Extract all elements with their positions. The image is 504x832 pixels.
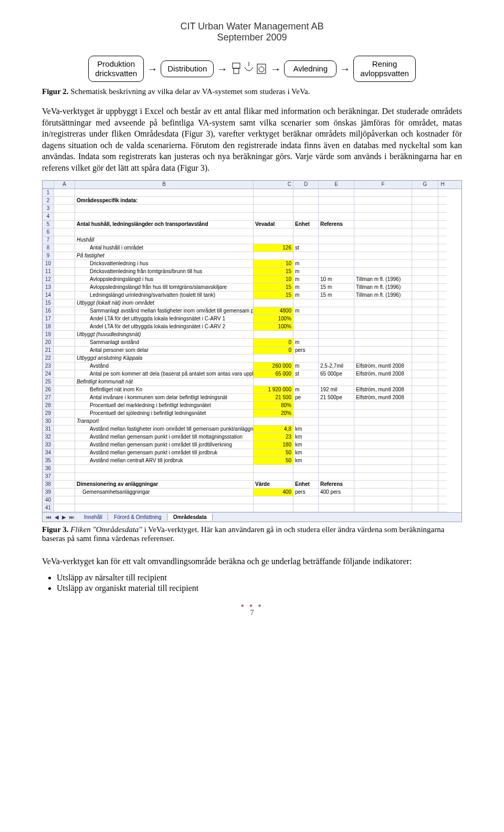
cell[interactable] (412, 315, 438, 323)
cell[interactable] (54, 315, 75, 323)
cell[interactable] (293, 205, 319, 213)
cell[interactable] (319, 197, 354, 205)
cell[interactable] (412, 386, 438, 394)
cell[interactable] (354, 347, 412, 355)
cell[interactable] (54, 386, 75, 394)
cell[interactable] (319, 228, 354, 236)
cell[interactable] (54, 189, 75, 197)
cell[interactable] (54, 197, 75, 205)
cell[interactable] (412, 425, 438, 433)
col-header-D[interactable]: D (293, 181, 319, 188)
cell[interactable]: 4,8 (254, 425, 293, 433)
cell[interactable] (438, 378, 447, 386)
cell[interactable] (254, 378, 293, 386)
cell[interactable]: Tillman m fl. (1996) (354, 292, 412, 299)
row-header[interactable]: 28 (43, 402, 54, 410)
cell[interactable] (319, 355, 354, 362)
cell[interactable] (412, 205, 438, 213)
cell[interactable]: Utbyggt (huvudledningsnät) (75, 331, 254, 339)
cell[interactable] (54, 299, 75, 307)
cell[interactable]: m (293, 292, 319, 299)
cell[interactable]: 126 (254, 244, 293, 252)
row-header[interactable]: 37 (43, 473, 54, 481)
cell[interactable]: Enhet (293, 221, 319, 228)
cell[interactable] (438, 292, 447, 299)
cell[interactable] (54, 441, 75, 449)
cell[interactable] (254, 465, 293, 473)
cell[interactable] (438, 481, 447, 488)
cell[interactable]: 15 (254, 268, 293, 276)
col-header-H[interactable]: H (438, 181, 447, 188)
cell[interactable] (293, 236, 319, 244)
cell[interactable] (354, 189, 412, 197)
cell[interactable] (412, 331, 438, 339)
row-header[interactable]: 6 (43, 228, 54, 236)
row-header[interactable]: 20 (43, 339, 54, 347)
cell[interactable] (438, 213, 447, 221)
cell[interactable] (438, 473, 447, 481)
cell[interactable] (293, 496, 319, 504)
cell[interactable] (319, 315, 354, 323)
cell[interactable]: Avstånd mellan gemensam punkt i området … (75, 441, 254, 449)
sheet-tab-innehall[interactable]: Innehåll (78, 514, 108, 521)
cell[interactable] (254, 418, 293, 425)
cell[interactable] (75, 228, 254, 236)
cell[interactable] (412, 496, 438, 504)
cell[interactable] (412, 465, 438, 473)
cell[interactable] (54, 488, 75, 496)
cell[interactable] (254, 252, 293, 260)
cell[interactable] (319, 236, 354, 244)
cell[interactable]: m (293, 307, 319, 315)
cell[interactable] (354, 213, 412, 221)
cell[interactable]: Utbyggt (lokalt nät) inom området (75, 299, 254, 307)
cell[interactable]: Andel LTA för det utbyggda lokala lednin… (75, 315, 254, 323)
cell[interactable]: km (293, 457, 319, 465)
cell[interactable] (75, 465, 254, 473)
cell[interactable]: Antal invånare i kommunen som delar befi… (75, 394, 254, 402)
tab-nav-prev-icon[interactable]: ◀ (53, 514, 60, 520)
row-header[interactable]: 38 (43, 481, 54, 488)
cell[interactable] (254, 496, 293, 504)
cell[interactable] (412, 197, 438, 205)
cell[interactable] (54, 268, 75, 276)
cell[interactable] (438, 355, 447, 362)
cell[interactable] (54, 355, 75, 362)
cell[interactable]: st (293, 244, 319, 252)
cell[interactable]: 65 000pe (319, 370, 354, 378)
cell[interactable]: Antal pe som kommer att dela (baserat på… (75, 370, 254, 378)
cell[interactable] (54, 410, 75, 418)
cell[interactable] (438, 457, 447, 465)
row-header[interactable]: 35 (43, 457, 54, 465)
row-header[interactable]: 23 (43, 362, 54, 370)
cell[interactable] (293, 473, 319, 481)
cell[interactable]: 180 (254, 441, 293, 449)
cell[interactable]: pers (293, 488, 319, 496)
cell[interactable] (293, 378, 319, 386)
cell[interactable] (319, 252, 354, 260)
cell[interactable] (354, 457, 412, 465)
cell[interactable] (412, 402, 438, 410)
cell[interactable]: Avloppsledningslängd i hus (75, 276, 254, 284)
col-header-G[interactable]: G (412, 181, 438, 188)
cell[interactable]: Sammanlagt avstånd mellan fastigheter in… (75, 307, 254, 315)
cell[interactable] (319, 378, 354, 386)
cell[interactable] (354, 488, 412, 496)
cell[interactable] (54, 496, 75, 504)
cell[interactable]: 400 (254, 488, 293, 496)
cell[interactable] (54, 292, 75, 299)
cell[interactable] (438, 299, 447, 307)
cell[interactable] (412, 488, 438, 496)
cell[interactable]: m (293, 362, 319, 370)
cell[interactable]: Befintligt kommunalt nät (75, 378, 254, 386)
cell[interactable]: Dimensionering av anläggningar (75, 481, 254, 488)
cell[interactable] (438, 244, 447, 252)
cell[interactable] (438, 323, 447, 331)
row-header[interactable]: 8 (43, 244, 54, 252)
cell[interactable] (54, 457, 75, 465)
cell[interactable] (54, 252, 75, 260)
cell[interactable] (412, 418, 438, 425)
cell[interactable]: 10 m (319, 276, 354, 284)
cell[interactable] (54, 276, 75, 284)
cell[interactable]: Avloppsledningslängd från hus till tomtg… (75, 284, 254, 292)
col-header-A[interactable]: A (54, 181, 75, 188)
